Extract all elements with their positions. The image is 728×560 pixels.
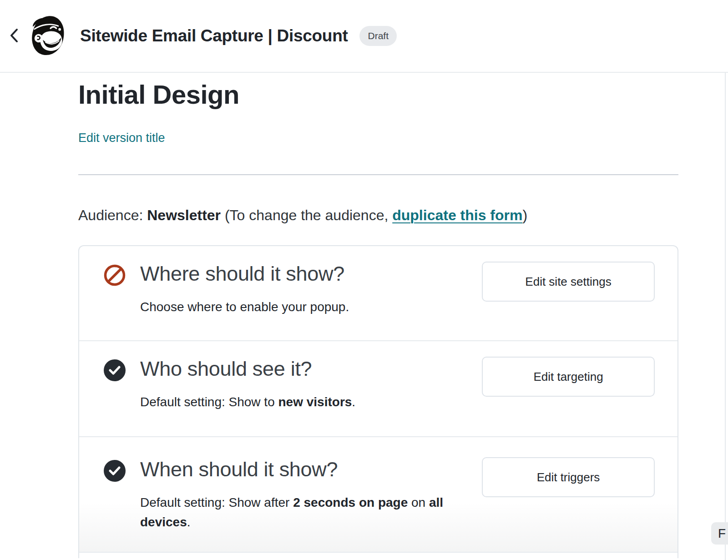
check-circle-icon	[104, 460, 126, 482]
mailchimp-logo-icon[interactable]	[29, 14, 67, 58]
step-title: When should it show?	[140, 457, 463, 482]
step-title: Where should it show?	[140, 262, 349, 286]
steps-card: Where should it show? Choose where to en…	[78, 245, 678, 558]
audience-line: Audience: Newsletter (To change the audi…	[78, 206, 678, 225]
edit-targeting-button[interactable]: Edit targeting	[482, 357, 655, 397]
step-description: Choose where to enable your popup.	[140, 297, 349, 317]
edit-version-title-link[interactable]: Edit version title	[78, 131, 165, 145]
step-title: Who should see it?	[140, 357, 355, 381]
step-row-site-settings: Where should it show? Choose where to en…	[79, 246, 677, 340]
edit-triggers-button[interactable]: Edit triggers	[482, 457, 655, 497]
step-row-targeting: Who should see it? Default setting: Show…	[79, 340, 677, 436]
page-title: Initial Design	[78, 79, 678, 110]
section-divider	[78, 174, 678, 175]
prohibition-icon	[104, 264, 126, 286]
edit-site-settings-button[interactable]: Edit site settings	[482, 262, 655, 302]
feedback-button[interactable]: F	[711, 522, 728, 545]
step-row-triggers: When should it show? Default setting: Sh…	[79, 436, 677, 552]
chevron-left-icon	[9, 28, 19, 45]
feedback-button-label: F	[718, 526, 726, 541]
form-title: Sitewide Email Capture | Discount	[80, 26, 348, 45]
status-badge: Draft	[359, 26, 397, 46]
step-description: Default setting: Show after 2 seconds on…	[140, 493, 463, 532]
main-content: Initial Design Edit version title Audien…	[0, 79, 728, 558]
step-description: Default setting: Show to new visitors.	[140, 392, 355, 412]
inline-link[interactable]: duplicate this form	[392, 207, 522, 223]
check-circle-icon	[104, 359, 126, 381]
page-right-edge	[725, 73, 728, 560]
app-header: Sitewide Email Capture | Discount Draft	[0, 0, 728, 73]
back-button[interactable]	[7, 27, 21, 45]
row-divider	[79, 552, 677, 553]
